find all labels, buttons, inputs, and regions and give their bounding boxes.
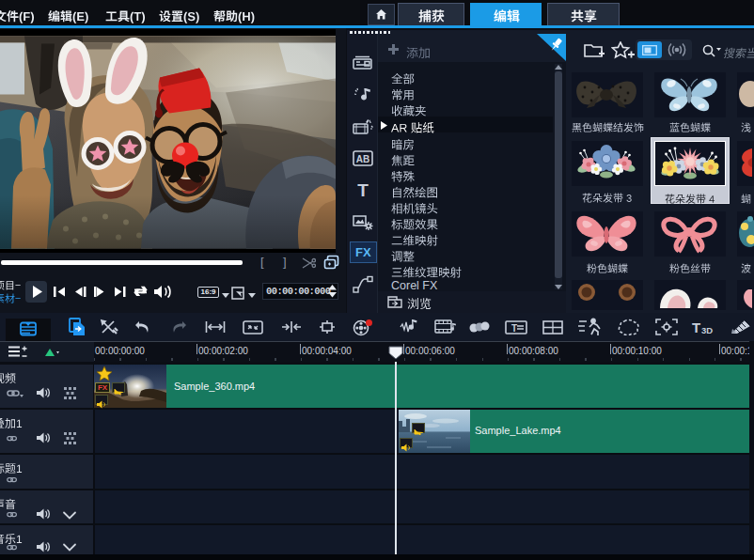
- svg-text:AB: AB: [356, 154, 369, 164]
- svg-text:3D: 3D: [701, 325, 713, 334]
- svg-text:T: T: [692, 319, 700, 334]
- svg-text:T: T: [511, 323, 517, 334]
- svg-text:T: T: [357, 181, 369, 198]
